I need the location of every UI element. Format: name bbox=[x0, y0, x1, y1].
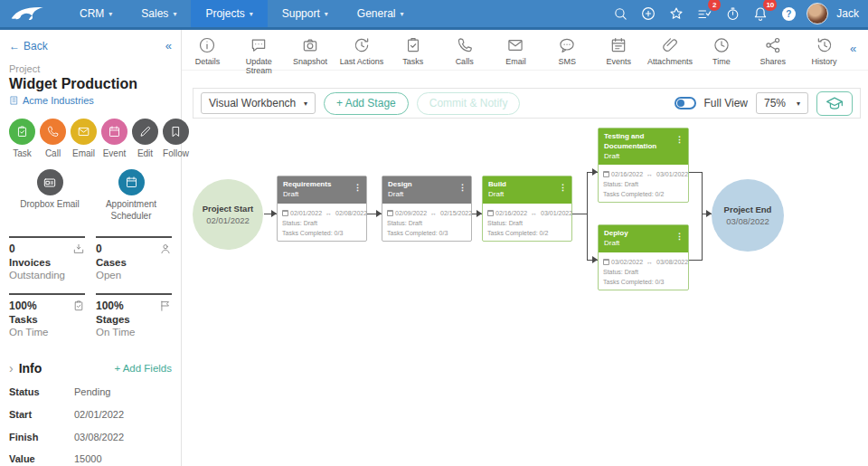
toolbar-collapse-icon[interactable] bbox=[850, 36, 868, 55]
menu-sales[interactable]: Sales bbox=[127, 0, 191, 27]
stage-menu-icon[interactable] bbox=[559, 183, 567, 192]
sms-icon bbox=[558, 36, 576, 54]
favorites-star-icon[interactable] bbox=[666, 4, 686, 24]
recent-icon bbox=[353, 36, 371, 54]
date-range-arrow-icon bbox=[529, 210, 539, 216]
view-selector[interactable]: Visual Workbench▾ bbox=[201, 92, 316, 114]
envelope-icon bbox=[77, 125, 90, 138]
brand-logo[interactable] bbox=[7, 0, 54, 27]
calendar-icon bbox=[387, 210, 393, 216]
toolbar-sms[interactable]: SMS bbox=[542, 36, 593, 66]
camera-icon bbox=[301, 36, 319, 54]
visual-workbench-canvas[interactable]: Project Start 02/01/2022 Requirements Dr… bbox=[181, 119, 868, 466]
project-start-node[interactable]: Project Start 02/01/2022 bbox=[193, 179, 263, 250]
checklist-icon[interactable]: 2 bbox=[694, 4, 714, 24]
clipboard-check-icon bbox=[404, 36, 422, 54]
person-icon bbox=[159, 243, 172, 255]
stage-requirements[interactable]: Requirements Draft 02/01/202202/08/2022 … bbox=[277, 176, 367, 242]
toolbar-details[interactable]: Details bbox=[182, 36, 233, 66]
timer-icon[interactable] bbox=[722, 4, 742, 24]
user-avatar[interactable] bbox=[807, 3, 828, 24]
add-stage-button[interactable]: + Add Stage bbox=[324, 92, 409, 115]
menu-support[interactable]: Support bbox=[268, 0, 343, 27]
connector-arrow-icon bbox=[271, 210, 277, 217]
stage-menu-icon[interactable] bbox=[354, 183, 362, 192]
user-name[interactable]: Jack bbox=[836, 7, 859, 20]
calendar-icon bbox=[125, 176, 138, 189]
stat-cases: 0 Cases Open bbox=[96, 236, 172, 281]
toolbar-history[interactable]: History bbox=[798, 36, 850, 66]
menu-projects[interactable]: Projects bbox=[191, 0, 267, 27]
stage-design[interactable]: Design Draft 02/09/202202/15/2022 Status… bbox=[382, 176, 472, 242]
calendar-icon bbox=[603, 259, 609, 265]
connector-line bbox=[587, 172, 588, 261]
toolbar-events[interactable]: Events bbox=[593, 36, 645, 66]
paperclip-icon bbox=[661, 36, 679, 54]
record-title: Widget Production bbox=[9, 76, 172, 92]
commit-notify-button[interactable]: Commit & Notify bbox=[417, 92, 521, 115]
zoom-selector[interactable]: 75%▾ bbox=[756, 92, 808, 114]
secondary-actions: Dropbox Email Appointment Scheduler bbox=[9, 169, 172, 222]
workbench-toolbar: Visual Workbench▾ + Add Stage Commit & N… bbox=[193, 88, 861, 119]
account-link[interactable]: Acme Industries bbox=[9, 95, 172, 106]
stage-deploy[interactable]: Deploy Draft 03/02/202203/08/2022 Status… bbox=[598, 224, 689, 290]
quick-actions: Task Call Email Event Edit Follow bbox=[9, 119, 172, 158]
toolbar-email[interactable]: Email bbox=[490, 36, 542, 66]
sidebar-collapse-icon[interactable] bbox=[165, 39, 172, 52]
connector-arrow-icon bbox=[592, 168, 598, 176]
toolbar-snapshot[interactable]: Snapshot bbox=[285, 36, 336, 66]
action-task[interactable]: Task bbox=[9, 119, 35, 158]
info-section-title[interactable]: Info bbox=[9, 361, 42, 376]
invoice-tray-icon bbox=[72, 243, 85, 255]
action-email[interactable]: Email bbox=[71, 119, 97, 158]
top-navbar: CRM Sales Projects Support General 2 10 … bbox=[0, 0, 868, 30]
connector-arrow-icon bbox=[592, 256, 598, 263]
date-range-arrow-icon bbox=[645, 171, 655, 177]
building-icon bbox=[9, 95, 19, 106]
stage-menu-icon[interactable] bbox=[458, 183, 467, 192]
info-icon bbox=[198, 36, 216, 54]
graduation-cap-icon bbox=[826, 96, 844, 110]
navbar-right: 2 10 ? Jack bbox=[610, 3, 868, 24]
action-appointment-scheduler[interactable]: Appointment Scheduler bbox=[90, 169, 172, 222]
date-range-arrow-icon bbox=[645, 259, 655, 265]
action-edit[interactable]: Edit bbox=[132, 119, 158, 158]
toolbar-last-actions[interactable]: Last Actions bbox=[336, 36, 388, 66]
action-event[interactable]: Event bbox=[101, 119, 127, 158]
add-fields-link[interactable]: + Add Fields bbox=[114, 363, 172, 374]
record-type-label: Project bbox=[9, 63, 172, 74]
menu-crm[interactable]: CRM bbox=[65, 0, 127, 27]
search-icon[interactable] bbox=[610, 4, 630, 24]
connector-line bbox=[702, 172, 703, 261]
stage-menu-icon[interactable] bbox=[675, 232, 684, 241]
back-link[interactable]: Back bbox=[9, 40, 48, 52]
project-end-node[interactable]: Project End 03/08/2022 bbox=[712, 179, 784, 252]
tutorial-button[interactable] bbox=[816, 91, 853, 116]
toolbar-update-stream[interactable]: Update Stream bbox=[233, 36, 285, 75]
action-call[interactable]: Call bbox=[40, 119, 66, 158]
action-dropbox-email[interactable]: Dropbox Email bbox=[9, 169, 90, 222]
help-icon[interactable]: ? bbox=[778, 4, 798, 24]
dino-logo-icon bbox=[7, 2, 49, 25]
chat-icon bbox=[250, 36, 268, 54]
calendar-icon bbox=[487, 210, 494, 216]
stage-build[interactable]: Build Draft 02/16/202203/01/2022 Status:… bbox=[482, 176, 572, 242]
stage-testing-and-documentation[interactable]: Testing and Documentation Draft 02/16/20… bbox=[598, 128, 689, 203]
stage-menu-icon[interactable] bbox=[675, 135, 684, 144]
pencil-icon bbox=[138, 125, 152, 138]
toolbar-time[interactable]: Time bbox=[695, 36, 747, 66]
connector-line bbox=[689, 260, 702, 261]
notifications-bell-icon[interactable]: 10 bbox=[750, 4, 770, 24]
clock-icon bbox=[712, 36, 731, 54]
quick-add-icon[interactable] bbox=[638, 4, 658, 24]
info-field-value: Value 15000 bbox=[9, 453, 172, 466]
full-view-toggle[interactable] bbox=[675, 97, 696, 109]
stat-tasks: 100% Tasks On Time bbox=[9, 293, 85, 338]
connector-arrow-icon bbox=[376, 210, 382, 217]
toolbar-tasks[interactable]: Tasks bbox=[387, 36, 439, 66]
toolbar-calls[interactable]: Calls bbox=[439, 36, 490, 66]
menu-general[interactable]: General bbox=[343, 0, 419, 27]
history-icon bbox=[816, 36, 834, 54]
toolbar-attachments[interactable]: Attachments bbox=[645, 36, 696, 66]
toolbar-shares[interactable]: Shares bbox=[747, 36, 798, 66]
